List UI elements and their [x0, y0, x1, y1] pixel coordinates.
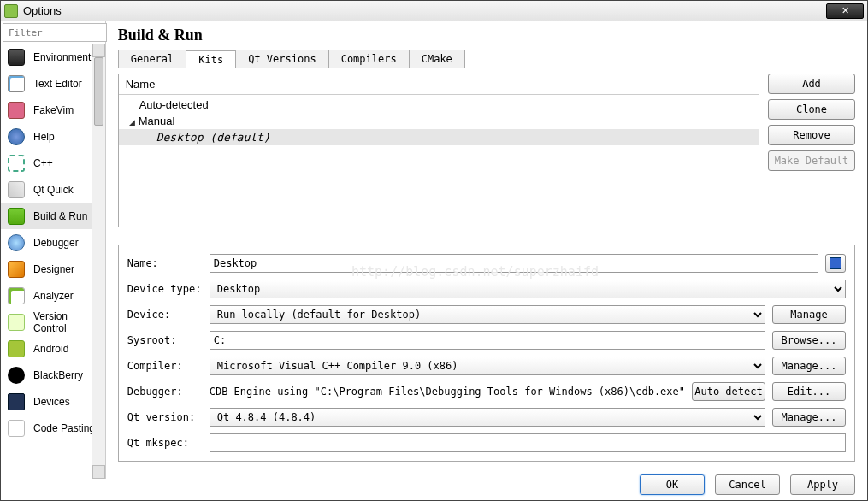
kits-tree[interactable]: Name Auto-detected Manual Desktop (defau…: [118, 74, 759, 227]
help-icon: [8, 128, 25, 145]
debugger-value: CDB Engine using "C:\Program Files\Debug…: [210, 386, 685, 398]
debugger-icon: [8, 234, 25, 251]
sidebar-item-label: Help: [33, 131, 55, 143]
tree-group-auto-detected[interactable]: Auto-detected: [119, 97, 759, 113]
add-button[interactable]: Add: [768, 74, 855, 94]
sysroot-label: Sysroot:: [127, 334, 203, 346]
sidebar-item-label: FakeVim: [33, 104, 74, 116]
monitor-icon: [8, 49, 25, 66]
debugger-auto-detect-button[interactable]: Auto-detect: [692, 382, 765, 401]
designer-icon: [8, 261, 25, 278]
sidebar-item-code-pasting[interactable]: Code Pasting: [1, 415, 105, 441]
document-icon: [8, 75, 25, 92]
sidebar-item-label: Environment: [33, 51, 91, 63]
android-icon: [8, 340, 25, 357]
sidebar: Environment Text Editor FakeVim Help C++…: [1, 21, 106, 479]
compiler-manage-button[interactable]: Manage...: [772, 357, 846, 375]
sidebar-item-cpp[interactable]: C++: [1, 150, 105, 176]
tree-group-manual[interactable]: Manual: [119, 113, 759, 129]
window-title: Options: [23, 4, 826, 17]
device-manage-button[interactable]: Manage: [772, 305, 846, 324]
titlebar: Options ✕: [1, 1, 867, 21]
device-select[interactable]: Run locally (default for Desktop): [210, 305, 765, 324]
sidebar-item-label: BlackBerry: [33, 369, 83, 381]
qt-mkspec-label: Qt mkspec:: [127, 437, 203, 449]
sidebar-item-label: Text Editor: [33, 78, 82, 90]
sidebar-item-build-run[interactable]: Build & Run: [1, 203, 105, 229]
ok-button[interactable]: OK: [640, 474, 705, 495]
tab-compilers[interactable]: Compilers: [328, 50, 410, 68]
cancel-button[interactable]: Cancel: [715, 474, 780, 495]
sidebar-item-blackberry[interactable]: BlackBerry: [1, 362, 105, 388]
close-button[interactable]: ✕: [826, 3, 864, 19]
sidebar-item-android[interactable]: Android: [1, 335, 105, 362]
tab-qt-versions[interactable]: Qt Versions: [235, 50, 328, 68]
tab-kits[interactable]: Kits: [186, 50, 236, 68]
sidebar-item-label: C++: [33, 157, 53, 169]
tab-bar: General Kits Qt Versions Compilers CMake: [118, 50, 855, 68]
sidebar-item-label: Debugger: [33, 237, 79, 249]
sidebar-scrollbar[interactable]: [92, 44, 105, 479]
page-title: Build & Run: [118, 27, 855, 44]
category-list: Environment Text Editor FakeVim Help C++…: [1, 44, 105, 479]
apply-button[interactable]: Apply: [790, 474, 855, 495]
sidebar-item-devices[interactable]: Devices: [1, 388, 105, 415]
sidebar-item-fakevim[interactable]: FakeVim: [1, 97, 105, 123]
compiler-label: Compiler:: [127, 360, 203, 372]
qt-version-select[interactable]: Qt 4.8.4 (4.8.4): [210, 408, 765, 427]
vcs-icon: [8, 314, 25, 331]
clone-button[interactable]: Clone: [768, 99, 855, 120]
fakevim-icon: [8, 102, 25, 119]
sidebar-item-label: Android: [33, 343, 68, 355]
sidebar-item-label: Analyzer: [33, 290, 74, 302]
sidebar-item-label: Code Pasting: [33, 422, 95, 434]
sysroot-input[interactable]: [210, 331, 765, 350]
compiler-select[interactable]: Microsoft Visual C++ Compiler 9.0 (x86): [210, 357, 765, 375]
blackberry-icon: [8, 367, 25, 384]
sidebar-item-text-editor[interactable]: Text Editor: [1, 70, 105, 97]
tree-header-name: Name: [119, 74, 759, 95]
filter-input[interactable]: [3, 23, 107, 42]
sidebar-item-label: Qt Quick: [33, 184, 74, 196]
sidebar-item-label: Designer: [33, 263, 74, 275]
display-icon: [830, 257, 841, 269]
tab-cmake[interactable]: CMake: [409, 50, 465, 68]
remove-button[interactable]: Remove: [768, 125, 855, 145]
kit-details-form: Name: Device type: Desktop Device: Run l…: [118, 245, 855, 462]
sidebar-item-version-control[interactable]: Version Control: [1, 309, 105, 335]
analyzer-icon: [8, 287, 25, 304]
tree-item-desktop-default[interactable]: Desktop (default): [119, 129, 759, 145]
name-input[interactable]: [210, 254, 818, 273]
scrollbar-thumb[interactable]: [94, 57, 103, 126]
debugger-label: Debugger:: [127, 386, 203, 398]
qt-version-label: Qt version:: [127, 411, 203, 423]
tab-general[interactable]: General: [118, 50, 187, 68]
sidebar-item-help[interactable]: Help: [1, 123, 105, 150]
sidebar-item-analyzer[interactable]: Analyzer: [1, 282, 105, 309]
sidebar-item-designer[interactable]: Designer: [1, 256, 105, 282]
cpp-icon: [8, 155, 25, 172]
qt-version-manage-button[interactable]: Manage...: [772, 408, 846, 427]
kit-icon-button[interactable]: [825, 254, 846, 273]
sidebar-item-debugger[interactable]: Debugger: [1, 229, 105, 256]
device-type-select[interactable]: Desktop: [210, 280, 846, 298]
devices-icon: [8, 393, 25, 410]
debugger-edit-button[interactable]: Edit...: [772, 382, 846, 401]
build-icon: [8, 208, 25, 225]
sidebar-item-label: Build & Run: [33, 210, 87, 222]
sidebar-item-label: Version Control: [33, 310, 98, 334]
device-label: Device:: [127, 309, 203, 321]
device-type-label: Device type:: [127, 283, 203, 295]
sidebar-item-label: Devices: [33, 396, 70, 408]
sidebar-item-qt-quick[interactable]: Qt Quick: [1, 176, 105, 203]
qtquick-icon: [8, 181, 25, 198]
app-icon: [4, 4, 18, 18]
make-default-button[interactable]: Make Default: [768, 150, 855, 171]
sysroot-browse-button[interactable]: Browse...: [772, 331, 846, 350]
paste-icon: [8, 420, 25, 437]
qt-mkspec-input[interactable]: [210, 433, 846, 452]
name-label: Name:: [127, 257, 203, 269]
sidebar-item-environment[interactable]: Environment: [1, 44, 105, 70]
